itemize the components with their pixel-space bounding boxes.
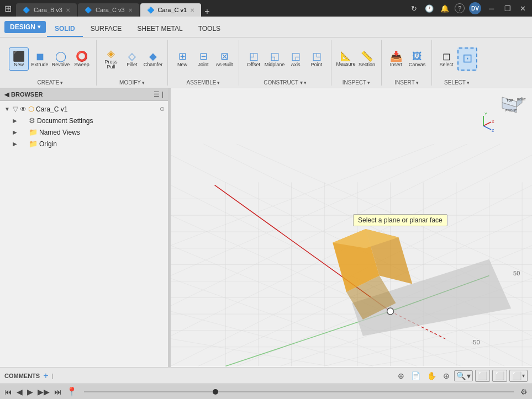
- inspect-buttons: 📐 Measure 📏 Section: [336, 40, 377, 78]
- tool-group-inspect: 📐 Measure 📏 Section INSPECT: [331, 40, 382, 86]
- assemble-new-button[interactable]: ⊞ New: [172, 47, 192, 71]
- construct-group-label[interactable]: CONSTRUCT ▾: [264, 78, 306, 86]
- zoom-icon[interactable]: 🔍▾: [454, 370, 473, 381]
- select-group-label[interactable]: SELECT: [444, 78, 470, 86]
- viewport[interactable]: 150 100 50 -50 -100 -150 -200 Select a p…: [171, 88, 532, 367]
- orbit-icon[interactable]: ⊕: [441, 370, 452, 381]
- section-icon: 📏: [361, 51, 373, 61]
- construct-point-button[interactable]: ◳ Point: [307, 47, 326, 71]
- assemble-group-label[interactable]: ASSEMBLE: [187, 78, 220, 86]
- refresh-icon[interactable]: ↻: [408, 4, 419, 13]
- construct-axis-button[interactable]: ◲ Axis: [286, 47, 305, 71]
- browser-filter-icon[interactable]: ☰: [154, 91, 160, 98]
- design-button[interactable]: DESIGN: [4, 21, 46, 33]
- timeline-scrubber[interactable]: [84, 391, 514, 392]
- tree-item-named-views[interactable]: ▶ 👁 📁 Named Views: [0, 126, 168, 138]
- tree-item-root[interactable]: ▼ ▽ 👁 ⬡ Cara_C v1 ⊙: [0, 103, 168, 115]
- modify-group-label[interactable]: MODIFY: [119, 78, 145, 86]
- insert-group-label[interactable]: INSERT: [394, 78, 419, 86]
- timeline-go-end-button[interactable]: ⏭: [54, 387, 62, 396]
- inspect-measure-button[interactable]: 📐 Measure: [336, 47, 356, 71]
- tree-item-doc-settings[interactable]: ▶ 👁 ⚙ Document Settings: [0, 115, 168, 126]
- clock-icon[interactable]: 🕐: [424, 4, 435, 13]
- root-label: Cara_C v1: [36, 105, 67, 113]
- browser-resize-icon[interactable]: |: [162, 91, 164, 98]
- insert-button[interactable]: 📥 Insert: [386, 47, 406, 71]
- tab-cara-b-v3[interactable]: 🔷 Cara_B v3 ✕: [16, 3, 77, 17]
- timeline-settings-button[interactable]: ⚙: [520, 387, 528, 396]
- select-button[interactable]: ◻ Select: [436, 47, 456, 71]
- tab-close-cara-b[interactable]: ✕: [66, 7, 70, 13]
- construct-midplane-button[interactable]: ◱ Midplane: [265, 47, 285, 71]
- app-grid-icon[interactable]: ⊞: [4, 3, 12, 14]
- timeline-go-start-button[interactable]: ⏮: [4, 387, 12, 396]
- viewport-bottom-icons: ⊕ 📄 ✋ ⊕ 🔍▾ ⬜ ⬜ ⬜▾: [396, 370, 528, 382]
- display-mode-icon[interactable]: ⬜: [475, 370, 490, 382]
- toolbar-body: ⬛ New ◼ Extrude ◯ Revolve ⭕ Sweep CREATE: [0, 38, 532, 88]
- user-avatar[interactable]: DV: [469, 2, 481, 14]
- modify-fillet-button[interactable]: ◇ Fillet: [122, 47, 142, 71]
- timeline-play-button[interactable]: ▶: [27, 387, 33, 396]
- named-views-folder-icon: 📁: [29, 128, 38, 136]
- ribbon-tab-solid[interactable]: SOLID: [47, 22, 83, 37]
- help-icon[interactable]: ?: [455, 3, 465, 13]
- ribbon-tab-tools[interactable]: TOOLS: [191, 22, 228, 37]
- snap-icon[interactable]: ⊕: [396, 370, 407, 381]
- tree-item-origin[interactable]: ▶ 👁 📁 Origin: [0, 138, 168, 150]
- create-revolve-button[interactable]: ◯ Revolve: [51, 47, 71, 71]
- ribbon-tab-surface[interactable]: SURFACE: [83, 22, 130, 37]
- new-tab-button[interactable]: +: [202, 7, 212, 17]
- environment-icon[interactable]: ⬜▾: [509, 370, 528, 382]
- tool-group-modify: ◈ Press Pull ◇ Fillet ◆ Chamfer MODIFY: [97, 40, 168, 86]
- tab-cara-c-v1[interactable]: 🔷 Cara_C v1 ✕: [140, 3, 202, 17]
- revolve-icon: ◯: [55, 51, 66, 61]
- timeline-marker[interactable]: [213, 389, 218, 395]
- assemble-joint-button[interactable]: ⊟ Joint: [193, 47, 213, 71]
- tree-arrow-doc-settings: ▶: [11, 118, 19, 124]
- browser-collapse-icon[interactable]: ◀: [4, 91, 9, 98]
- create-group-label[interactable]: CREATE: [38, 78, 64, 86]
- minimize-button[interactable]: ─: [486, 4, 497, 13]
- browser-panel: ◀ BROWSER ☰ | ▼ ▽ 👁 ⬡ Cara_C v1 ⊙ ▶ 👁: [0, 88, 168, 367]
- restore-button[interactable]: ❐: [501, 4, 512, 13]
- visibility-eye-icon[interactable]: 👁: [20, 105, 27, 113]
- window-select-button[interactable]: ⊡: [457, 47, 477, 71]
- pan-icon[interactable]: ✋: [425, 370, 439, 381]
- titlebar: ⊞ 🔷 Cara_B v3 ✕ 🔷 Cara_C v3 ✕ 🔷 Cara_C v…: [0, 0, 532, 17]
- visibility-eye-icon-4: 👁: [20, 140, 27, 148]
- display-settings-icon[interactable]: 📄: [409, 370, 423, 381]
- tool-group-assemble: ⊞ New ⊟ Joint ⊠ As-Built ASSEMBLE: [168, 40, 239, 86]
- grid-icon[interactable]: ⬜: [492, 370, 507, 382]
- svg-text:X: X: [492, 120, 494, 124]
- create-extrude-button[interactable]: ◼ Extrude: [30, 47, 50, 71]
- root-extra[interactable]: ⊙: [160, 105, 165, 113]
- construct-offset-plane-button[interactable]: ◰ Offset: [244, 47, 264, 71]
- toolbar-top: DESIGN SOLID SURFACE SHEET METAL TOOLS: [0, 17, 532, 38]
- modify-buttons: ◈ Press Pull ◇ Fillet ◆ Chamfer: [101, 40, 163, 78]
- modify-press-pull-button[interactable]: ◈ Press Pull: [101, 47, 121, 71]
- svg-point-49: [387, 308, 394, 315]
- bell-icon[interactable]: 🔔: [439, 4, 450, 13]
- tab-close-cara-c-v1[interactable]: ✕: [190, 7, 194, 13]
- add-comment-button[interactable]: +: [43, 371, 48, 381]
- timeline-prev-button[interactable]: ◀: [17, 387, 23, 396]
- axis-icon: ◲: [291, 51, 301, 61]
- modify-chamfer-button[interactable]: ◆ Chamfer: [143, 47, 163, 71]
- ribbon-tab-sheet-metal[interactable]: SHEET METAL: [129, 22, 190, 37]
- timeline-pin-icon[interactable]: 📍: [66, 386, 77, 397]
- bottom-resize-handle[interactable]: |: [52, 373, 54, 379]
- tab-close-cara-c-v3[interactable]: ✕: [128, 7, 133, 13]
- nav-cube[interactable]: X Y Z TOP RIGHT FRONT: [482, 94, 526, 138]
- tab-cara-c-v3[interactable]: 🔷 Cara_C v3 ✕: [78, 3, 139, 17]
- assemble-asbuilt-button[interactable]: ⊠ As-Built: [214, 47, 234, 71]
- inspect-group-label[interactable]: INSPECT: [343, 78, 370, 86]
- browser-header: ◀ BROWSER ☰ |: [0, 88, 168, 101]
- close-button[interactable]: ✕: [517, 4, 528, 13]
- create-sweep-button[interactable]: ⭕ Sweep: [72, 47, 92, 71]
- create-new-component-button[interactable]: ⬛ New: [9, 47, 29, 71]
- timeline: ⏮ ◀ ▶ ▶▶ ⏭ 📍 ⚙: [0, 384, 532, 399]
- insert-canvas-button[interactable]: 🖼 Canvas: [407, 47, 427, 71]
- inspect-section-button[interactable]: 📏 Section: [357, 47, 377, 71]
- timeline-next-button[interactable]: ▶▶: [38, 387, 50, 396]
- tab-bar: 🔷 Cara_B v3 ✕ 🔷 Cara_C v3 ✕ 🔷 Cara_C v1 …: [12, 0, 408, 17]
